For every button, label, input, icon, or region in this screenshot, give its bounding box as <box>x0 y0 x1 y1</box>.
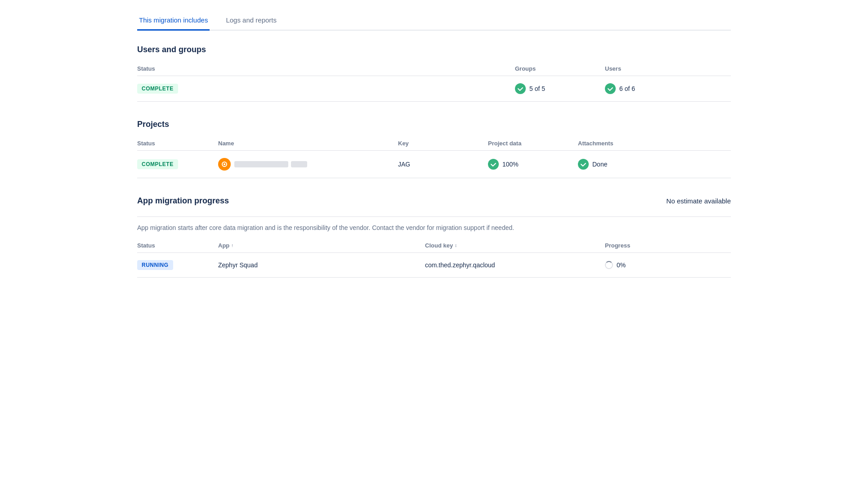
projects-title: Projects <box>137 120 731 129</box>
status-badge-complete-ug: COMPLETE <box>137 84 178 94</box>
app-progress-value: 0% <box>617 261 626 269</box>
app-migration-header: App migration progress No estimate avail… <box>137 196 731 213</box>
app-cloudkey-cell: com.thed.zephyr.qacloud <box>425 253 605 278</box>
placeholder-narrow <box>291 161 307 167</box>
app-progress-cell: 0% <box>605 253 731 278</box>
col-status-header: Status <box>137 62 236 76</box>
placeholder-wide <box>234 161 288 167</box>
project-row: COMPLETE <box>137 151 731 178</box>
col-groups-header: Groups <box>515 62 605 76</box>
spacer-cell <box>236 76 515 102</box>
app-sort-arrow: ↑ <box>231 243 233 248</box>
project-attach-value: Done <box>592 161 607 168</box>
proj-col-data-header: Project data <box>488 136 578 151</box>
tab-logs-reports[interactable]: Logs and reports <box>224 11 278 31</box>
groups-cell: 5 of 5 <box>515 76 605 102</box>
project-data-value: 100% <box>502 161 519 168</box>
col-users-header: Users <box>605 62 731 76</box>
project-data-cell: 100% <box>488 151 578 178</box>
tab-migration-includes[interactable]: This migration includes <box>137 11 210 31</box>
users-groups-table: Status Groups Users COMPLETE <box>137 62 731 102</box>
proj-col-key-header: Key <box>398 136 488 151</box>
project-data-check-icon <box>488 159 499 170</box>
status-badge-complete-proj: COMPLETE <box>137 159 178 169</box>
app-col-progress-header: Progress <box>605 238 731 253</box>
cloudkey-sort-arrow: ↕ <box>455 243 457 248</box>
app-migration-table: Status App ↑ Cloud key ↕ Pr <box>137 238 731 278</box>
project-jira-icon <box>218 158 231 171</box>
users-check-icon <box>605 83 616 94</box>
app-col-status-header: Status <box>137 238 218 253</box>
app-name-value: Zephyr Squad <box>218 261 258 269</box>
users-groups-section: Users and groups Status Groups Users COM… <box>137 45 731 102</box>
project-attach-check-icon <box>578 159 589 170</box>
app-cloudkey-value: com.thed.zephyr.qacloud <box>425 261 495 269</box>
tabs-bar: This migration includes Logs and reports <box>137 11 731 31</box>
app-migration-description: App migration starts after core data mig… <box>137 224 731 231</box>
no-estimate-label: No estimate available <box>667 197 731 205</box>
app-name-cell: Zephyr Squad <box>218 253 425 278</box>
proj-col-attach-header: Attachments <box>578 136 731 151</box>
project-name-cell <box>218 151 398 178</box>
users-groups-status-cell: COMPLETE <box>137 76 236 102</box>
users-groups-title: Users and groups <box>137 45 731 54</box>
app-migration-row: RUNNING Zephyr Squad com.thed.zephyr.qac… <box>137 253 731 278</box>
projects-section: Projects Status Name Key Project data At… <box>137 120 731 178</box>
app-status-cell: RUNNING <box>137 253 218 278</box>
app-progress-spinner <box>605 261 613 269</box>
page-container: This migration includes Logs and reports… <box>119 0 749 306</box>
app-status-badge-running: RUNNING <box>137 260 173 270</box>
svg-point-1 <box>224 163 225 165</box>
groups-value: 5 of 5 <box>529 85 545 92</box>
app-migration-section: App migration progress No estimate avail… <box>137 196 731 278</box>
app-migration-title: App migration progress <box>137 196 229 206</box>
groups-check-icon <box>515 83 526 94</box>
proj-col-status-header: Status <box>137 136 218 151</box>
proj-col-name-header: Name <box>218 136 398 151</box>
users-cell: 6 of 6 <box>605 76 731 102</box>
project-key-cell: JAG <box>398 151 488 178</box>
project-attach-cell: Done <box>578 151 731 178</box>
col-spacer-header <box>236 62 515 76</box>
app-col-cloudkey-header[interactable]: Cloud key ↕ <box>425 238 605 253</box>
app-migration-divider <box>137 216 731 217</box>
projects-table: Status Name Key Project data Attachments… <box>137 136 731 178</box>
project-name-placeholder <box>234 161 307 167</box>
app-col-app-header[interactable]: App ↑ <box>218 238 425 253</box>
project-status-cell: COMPLETE <box>137 151 218 178</box>
users-value: 6 of 6 <box>619 85 635 92</box>
users-groups-row: COMPLETE 5 of 5 <box>137 76 731 102</box>
project-key-value: JAG <box>398 161 410 168</box>
